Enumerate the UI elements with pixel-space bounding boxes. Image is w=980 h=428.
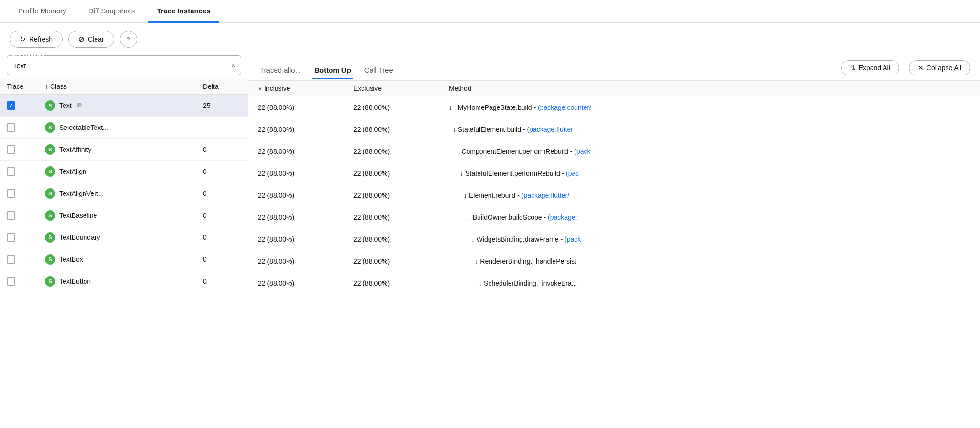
right-table-row[interactable]: 22 (88.00%) 22 (88.00%) ↓ RendererBindin…	[248, 250, 980, 272]
cell-inclusive-7: 22 (88.00%)	[258, 257, 353, 265]
right-table-row[interactable]: 22 (88.00%) 22 (88.00%) ↓ SchedulerBindi…	[248, 272, 980, 294]
method-text-6: ↓ WidgetsBinding.drawFrame -	[449, 235, 565, 243]
class-badge-6: S	[45, 232, 55, 243]
cell-trace-7	[7, 255, 45, 264]
class-badge-4: S	[45, 188, 55, 199]
refresh-label: Refresh	[29, 35, 53, 43]
cell-method-0: ↓ _MyHomePageState.build - (package:coun…	[449, 104, 970, 111]
cell-trace-1	[7, 123, 45, 132]
checkbox-8[interactable]	[7, 277, 15, 286]
tab-traced-allo[interactable]: Traced allo...	[258, 62, 303, 79]
cell-exclusive-2: 22 (88.00%)	[353, 148, 449, 155]
checkbox-0[interactable]	[7, 101, 15, 110]
checkbox-6[interactable]	[7, 233, 15, 242]
method-link-5[interactable]: (package::	[548, 214, 579, 221]
class-badge-8: S	[45, 276, 55, 287]
col-class-header[interactable]: ↑ Class	[45, 83, 203, 90]
clear-button[interactable]: ⊘ Clear	[68, 31, 114, 48]
table-row[interactable]: S TextAlign 0	[0, 160, 248, 182]
class-badge-3: S	[45, 166, 55, 177]
class-filter-input[interactable]	[7, 57, 241, 75]
tab-call-tree[interactable]: Call Tree	[362, 62, 395, 79]
col-delta-header: Delta	[203, 83, 241, 90]
tab-trace-instances[interactable]: Trace Instances	[148, 0, 219, 23]
right-table-row[interactable]: 22 (88.00%) 22 (88.00%) ↓ StatefulElemen…	[248, 162, 980, 184]
tab-bottom-up[interactable]: Bottom Up	[312, 62, 353, 79]
checkbox-4[interactable]	[7, 189, 15, 198]
cell-delta-5: 0	[203, 212, 241, 219]
expand-all-icon: ⇅	[850, 64, 856, 72]
sort-up-icon: ↑	[45, 83, 48, 90]
table-row[interactable]: S TextAffinity 0	[0, 139, 248, 160]
inclusive-label: Inclusive	[264, 85, 290, 92]
left-panel: Class Filter × Trace ↑ Class Delta	[0, 55, 248, 428]
cell-delta-3: 0	[203, 168, 241, 175]
cell-class-1: S SelectableText...	[45, 122, 203, 133]
cell-method-1: ↓ StatefulElement.build - (package:flutt…	[449, 126, 970, 133]
expand-all-button[interactable]: ⇅ Expand All	[841, 60, 899, 75]
method-link-2[interactable]: (pack	[574, 148, 590, 155]
table-row[interactable]: S TextButton 0	[0, 270, 248, 292]
cell-class-8: S TextButton	[45, 276, 203, 287]
filter-box: Class Filter ×	[7, 55, 241, 75]
method-link-4[interactable]: (package:flutter/	[522, 192, 569, 199]
cell-exclusive-0: 22 (88.00%)	[353, 104, 449, 111]
right-table-row[interactable]: 22 (88.00%) 22 (88.00%) ↓ BuildOwner.bui…	[248, 206, 980, 228]
right-table-row[interactable]: 22 (88.00%) 22 (88.00%) ↓ WidgetsBinding…	[248, 228, 980, 250]
cell-exclusive-1: 22 (88.00%)	[353, 126, 449, 133]
method-text-8: ↓ SchedulerBinding._invokeEra...	[449, 279, 577, 287]
collapse-all-icon: ✕	[918, 64, 924, 72]
table-row[interactable]: S TextBoundary 0	[0, 226, 248, 248]
cell-method-3: ↓ StatefulElement.performRebuild - (pac	[449, 170, 970, 177]
method-link-3[interactable]: (pac	[566, 170, 579, 177]
class-badge-2: S	[45, 144, 55, 155]
class-badge-7: S	[45, 254, 55, 265]
method-link-1[interactable]: (package:flutter	[527, 126, 573, 133]
cell-delta-6: 0	[203, 234, 241, 241]
cell-trace-2	[7, 145, 45, 154]
table-row[interactable]: S TextAlignVert... 0	[0, 182, 248, 204]
help-icon: ?	[126, 35, 130, 43]
method-text-4: ↓ Element.rebuild -	[449, 192, 522, 199]
tab-diff-snapshots[interactable]: Diff Snapshots	[80, 0, 143, 23]
cell-inclusive-6: 22 (88.00%)	[258, 235, 353, 243]
right-col-method-header: Method	[449, 85, 970, 92]
method-text-3: ↓ StatefulElement.performRebuild -	[449, 170, 566, 177]
class-name-4: TextAlignVert...	[59, 190, 104, 197]
cell-exclusive-6: 22 (88.00%)	[353, 235, 449, 243]
table-row[interactable]: S TextBaseline 0	[0, 204, 248, 226]
table-row[interactable]: S Text ⧉ 25	[0, 95, 248, 117]
refresh-button[interactable]: ↻ Refresh	[10, 31, 63, 48]
class-name-3: TextAlign	[59, 168, 86, 175]
table-row[interactable]: S TextBox 0	[0, 248, 248, 270]
right-table-row[interactable]: 22 (88.00%) 22 (88.00%) ↓ StatefulElemen…	[248, 118, 980, 140]
checkbox-2[interactable]	[7, 145, 15, 154]
cell-exclusive-7: 22 (88.00%)	[353, 257, 449, 265]
right-table-row[interactable]: 22 (88.00%) 22 (88.00%) ↓ Element.rebuil…	[248, 184, 980, 206]
checkbox-5[interactable]	[7, 211, 15, 220]
cell-inclusive-2: 22 (88.00%)	[258, 148, 353, 155]
help-button[interactable]: ?	[120, 31, 137, 48]
checkbox-3[interactable]	[7, 167, 15, 176]
tab-profile-memory[interactable]: Profile Memory	[10, 0, 75, 23]
right-table-body: 22 (88.00%) 22 (88.00%) ↓ _MyHomePageSta…	[248, 96, 980, 428]
right-table-row[interactable]: 22 (88.00%) 22 (88.00%) ↓ _MyHomePageSta…	[248, 96, 980, 118]
method-link-6[interactable]: (pack	[565, 235, 581, 243]
collapse-all-button[interactable]: ✕ Collapse All	[909, 60, 970, 75]
checkbox-7[interactable]	[7, 255, 15, 264]
cell-inclusive-5: 22 (88.00%)	[258, 214, 353, 221]
class-name-2: TextAffinity	[59, 146, 91, 153]
cell-trace-6	[7, 233, 45, 242]
method-link-0[interactable]: (package:counter/	[538, 104, 591, 111]
copy-icon-0[interactable]: ⧉	[77, 101, 82, 109]
table-row[interactable]: S SelectableText...	[0, 117, 248, 139]
right-table-row[interactable]: 22 (88.00%) 22 (88.00%) ↓ ComponentEleme…	[248, 140, 980, 162]
cell-method-5: ↓ BuildOwner.buildScope - (package::	[449, 214, 970, 221]
clear-label: Clear	[88, 35, 104, 43]
class-badge-5: S	[45, 210, 55, 221]
checkbox-1[interactable]	[7, 123, 15, 132]
right-col-inclusive-header[interactable]: ∨ Inclusive	[258, 85, 353, 92]
cell-method-8: ↓ SchedulerBinding._invokeEra...	[449, 279, 970, 287]
class-name-8: TextButton	[59, 278, 91, 285]
filter-clear-button[interactable]: ×	[231, 60, 236, 70]
